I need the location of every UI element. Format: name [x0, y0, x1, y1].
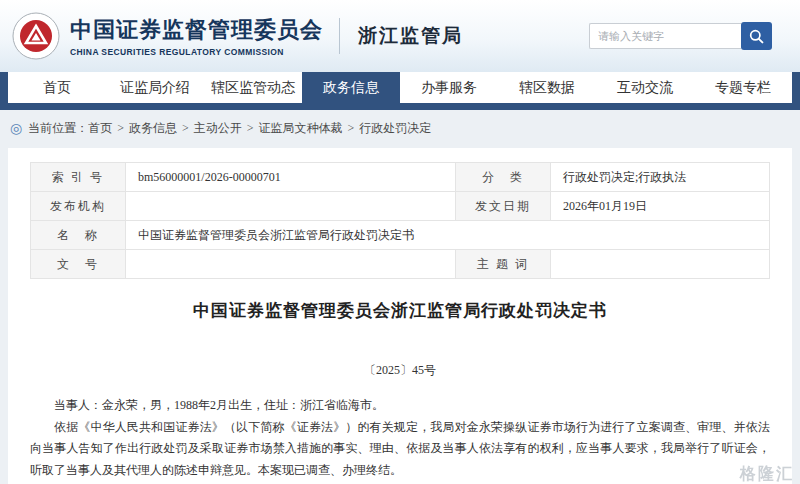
document-meta-table: 索 引 号 bm56000001/2026-00000701 分 类 行政处罚决…	[30, 162, 770, 279]
breadcrumb-label: 当前位置：	[28, 120, 88, 137]
site-header: 中国证券监督管理委员会 CHINA SECURITIES REGULATORY …	[0, 0, 800, 72]
table-row: 文 号 主 题 词	[31, 250, 770, 279]
nav-item-services[interactable]: 办事服务	[400, 72, 498, 103]
org-name-en: CHINA SECURITIES REGULATORY COMMISSION	[70, 47, 323, 57]
breadcrumb-item-document-genre[interactable]: 证监局文种体裁	[259, 120, 343, 137]
paragraph-legal-basis: 依据《中华人民共和国证券法》（以下简称《证券法》）的有关规定，我局对金永荣操纵证…	[30, 417, 770, 482]
issue-date-label: 发文日期	[456, 192, 551, 221]
search-input[interactable]	[589, 23, 741, 49]
index-number-label: 索 引 号	[31, 163, 126, 192]
nav-item-government-info[interactable]: 政务信息	[302, 72, 400, 103]
document-name-value: 中国证券监督管理委员会浙江监管局行政处罚决定书	[126, 221, 770, 250]
branch-name: 浙江监管局	[358, 23, 463, 49]
keywords-label: 主 题 词	[456, 250, 551, 279]
main-nav: 首页 证监局介绍 辖区监管动态 政务信息 办事服务 辖区数据 互动交流 专题专栏	[0, 72, 800, 110]
category-value: 行政处罚决定;行政执法	[551, 163, 770, 192]
nav-bar: 首页 证监局介绍 辖区监管动态 政务信息 办事服务 辖区数据 互动交流 专题专栏	[8, 72, 792, 103]
breadcrumb-separator: >	[247, 121, 254, 136]
document-number: 〔2025〕45号	[30, 362, 770, 379]
issuing-agency-label: 发布机构	[31, 192, 126, 221]
breadcrumb: ◎ 当前位置： 首页 > 政务信息 > 主动公开 > 证监局文种体裁 > 行政处…	[0, 110, 800, 147]
breadcrumb-item-proactive-disclosure[interactable]: 主动公开	[194, 120, 242, 137]
nav-item-special-topics[interactable]: 专题专栏	[694, 72, 792, 103]
table-row: 索 引 号 bm56000001/2026-00000701 分 类 行政处罚决…	[31, 163, 770, 192]
paragraph-party-info: 当事人：金永荣，男，1988年2月出生，住址：浙江省临海市。	[30, 395, 770, 417]
document-title: 中国证券监督管理委员会浙江监管局行政处罚决定书	[30, 299, 770, 322]
breadcrumb-item-penalty-decision[interactable]: 行政处罚决定	[359, 120, 431, 137]
search-icon	[749, 29, 764, 44]
org-name-cn: 中国证券监督管理委员会	[70, 15, 323, 45]
nav-item-bureau-intro[interactable]: 证监局介绍	[106, 72, 204, 103]
search-bar	[589, 22, 772, 50]
breadcrumb-separator: >	[182, 121, 189, 136]
csrc-seal-logo	[12, 12, 60, 60]
document-number-label: 文 号	[31, 250, 126, 279]
location-icon: ◎	[10, 122, 22, 136]
org-name-block: 中国证券监督管理委员会 CHINA SECURITIES REGULATORY …	[70, 15, 323, 57]
header-divider	[339, 18, 340, 54]
breadcrumb-separator: >	[348, 121, 355, 136]
document-number-value	[126, 250, 456, 279]
content-card: 索 引 号 bm56000001/2026-00000701 分 类 行政处罚决…	[8, 148, 792, 484]
breadcrumb-item-government-info[interactable]: 政务信息	[129, 120, 177, 137]
keywords-value	[551, 250, 770, 279]
nav-item-home[interactable]: 首页	[8, 72, 106, 103]
document-name-label: 名 称	[31, 221, 126, 250]
issue-date-value: 2026年01月19日	[551, 192, 770, 221]
table-row: 发布机构 发文日期 2026年01月19日	[31, 192, 770, 221]
category-label: 分 类	[456, 163, 551, 192]
search-button[interactable]	[741, 22, 772, 50]
nav-item-regional-data[interactable]: 辖区数据	[498, 72, 596, 103]
nav-item-regional-supervision[interactable]: 辖区监管动态	[204, 72, 302, 103]
table-row: 名 称 中国证券监督管理委员会浙江监管局行政处罚决定书	[31, 221, 770, 250]
nav-item-interaction[interactable]: 互动交流	[596, 72, 694, 103]
breadcrumb-item-home[interactable]: 首页	[88, 120, 112, 137]
index-number-value: bm56000001/2026-00000701	[126, 163, 456, 192]
issuing-agency-value	[126, 192, 456, 221]
penalty-decision-document: 中国证券监督管理委员会浙江监管局行政处罚决定书 〔2025〕45号 当事人：金永…	[30, 299, 770, 484]
breadcrumb-separator: >	[117, 121, 124, 136]
